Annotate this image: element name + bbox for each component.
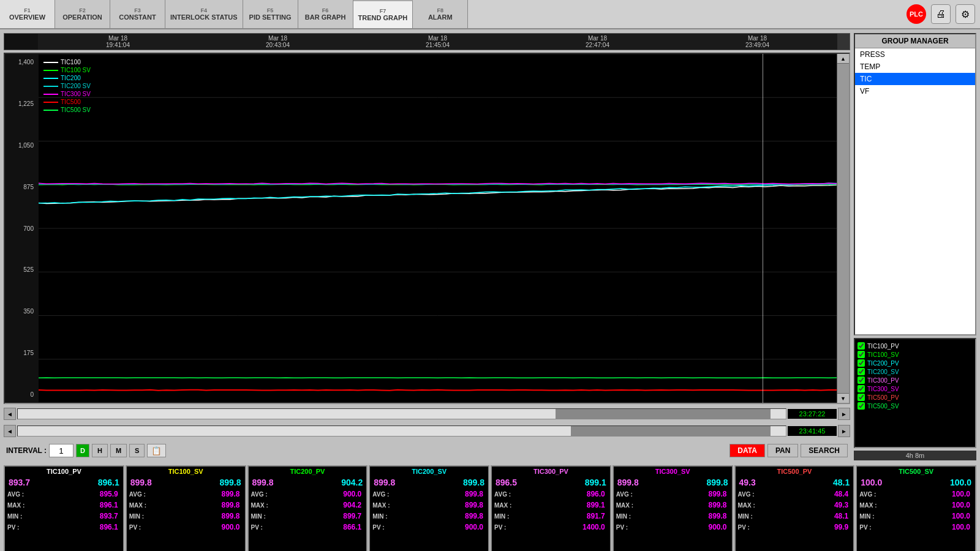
nav-tab-constant[interactable]: F3CONSTANT bbox=[110, 0, 165, 28]
nav-tab-pid[interactable]: F5PID SETTING bbox=[243, 0, 298, 28]
nav-tab-bargraph[interactable]: F6BAR GRAPH bbox=[298, 0, 353, 28]
vscroll-down[interactable]: ▼ bbox=[837, 393, 849, 403]
interval-h-btn[interactable]: H bbox=[92, 444, 108, 457]
data-mode-btn[interactable]: DATA bbox=[729, 444, 765, 457]
chart-time-label: Mar 1819:41:04 bbox=[106, 35, 130, 48]
card-values: 899.8 899.8 bbox=[127, 476, 245, 489]
trend-canvas bbox=[39, 54, 837, 403]
card-max-row: MAX : 899.1 bbox=[492, 500, 610, 511]
plc-button[interactable]: PLC bbox=[907, 4, 926, 24]
card-min-row: MIN : 899.7 bbox=[249, 511, 367, 522]
channel-list: TIC100_PVTIC100_SVTIC200_PVTIC200_SVTIC3… bbox=[854, 338, 976, 448]
scroll-right-1[interactable]: ► bbox=[838, 408, 850, 420]
channel-item-tic100_sv: TIC100_SV bbox=[858, 350, 973, 359]
nav-tab-trend[interactable]: F7TREND GRAPH bbox=[353, 0, 413, 28]
channel-checkbox[interactable] bbox=[858, 359, 865, 367]
nav-tab-operation[interactable]: F2OPERATION bbox=[55, 0, 110, 28]
card-min-label: MIN : bbox=[859, 513, 874, 520]
card-pv-label: PV : bbox=[7, 524, 19, 531]
card-avg-label: AVG : bbox=[7, 491, 24, 498]
card-val1: 100.0 bbox=[861, 478, 882, 487]
card-max-row: MAX : 49.3 bbox=[736, 500, 854, 511]
card-avg-label: AVG : bbox=[494, 491, 511, 498]
card-pv-val: 99.9 bbox=[832, 522, 851, 532]
card-val1: 899.8 bbox=[374, 478, 395, 487]
chart-main: TIC100TIC100 SVTIC200TIC200 SVTIC300 SVT… bbox=[39, 54, 837, 403]
card-header: TIC100_PV bbox=[5, 467, 123, 476]
card-values: 100.0 100.0 bbox=[857, 476, 975, 489]
y-axis-label: 175 bbox=[7, 350, 36, 356]
duration-label: 4h 8m bbox=[854, 451, 976, 460]
y-axis-label: 525 bbox=[7, 266, 36, 273]
y-axis: 1,4001,2251,0508757005253501750 bbox=[5, 54, 39, 403]
group-item-press[interactable]: PRESS bbox=[855, 48, 975, 61]
card-min-label: MIN : bbox=[616, 513, 631, 520]
channel-checkbox[interactable] bbox=[858, 342, 865, 350]
card-avg-val: 899.8 bbox=[462, 489, 486, 499]
group-item-vf[interactable]: VF bbox=[855, 85, 975, 97]
scroll-left-1[interactable]: ◄ bbox=[4, 408, 16, 420]
nav-tab-overview[interactable]: F1OVERVIEW bbox=[0, 0, 55, 28]
card-header: TIC500_SV bbox=[857, 467, 975, 476]
vscroll-up[interactable]: ▲ bbox=[837, 54, 849, 64]
scroll-track-1[interactable] bbox=[17, 408, 786, 419]
interval-input[interactable] bbox=[49, 444, 74, 457]
card-min-val: 48.1 bbox=[832, 511, 851, 521]
channel-item-tic300_pv: TIC300_PV bbox=[858, 376, 973, 384]
nav-tab-interlock[interactable]: F4INTERLOCK STATUS bbox=[165, 0, 243, 28]
card-val2: 896.1 bbox=[98, 478, 119, 487]
card-max-row: MAX : 904.2 bbox=[249, 500, 367, 511]
card-avg-row: AVG : 48.4 bbox=[736, 489, 854, 500]
group-item-temp[interactable]: TEMP bbox=[855, 61, 975, 73]
legend-item: TIC200 bbox=[43, 75, 91, 81]
card-max-label: MAX : bbox=[129, 502, 146, 509]
channel-checkbox[interactable] bbox=[858, 351, 865, 358]
card-min-val: 899.8 bbox=[706, 511, 729, 521]
card-val2: 899.8 bbox=[463, 478, 484, 487]
card-pv-row: PV : 99.9 bbox=[736, 522, 854, 533]
group-item-tic[interactable]: TIC bbox=[855, 73, 975, 85]
card-max-val: 100.0 bbox=[949, 500, 973, 510]
card-avg-row: AVG : 896.0 bbox=[492, 489, 610, 500]
card-max-row: MAX : 899.8 bbox=[614, 500, 732, 511]
channel-name: TIC300_PV bbox=[867, 377, 899, 384]
card-val1: 899.8 bbox=[252, 478, 274, 487]
data-card-tic300_pv: TIC300_PV 896.5 899.1 AVG : 896.0 MAX : … bbox=[491, 465, 611, 551]
channel-checkbox[interactable] bbox=[858, 402, 865, 410]
pan-mode-btn[interactable]: PAN bbox=[767, 444, 798, 457]
interval-m-btn[interactable]: M bbox=[110, 444, 127, 457]
channel-checkbox[interactable] bbox=[858, 385, 865, 392]
card-max-label: MAX : bbox=[372, 502, 390, 509]
card-header: TIC100_SV bbox=[127, 467, 245, 476]
interval-d-btn[interactable]: D bbox=[76, 444, 89, 457]
card-pv-label: PV : bbox=[372, 524, 384, 531]
data-card-tic200_sv: TIC200_SV 899.8 899.8 AVG : 899.8 MAX : … bbox=[369, 465, 489, 551]
interval-icon-btn[interactable]: 📋 bbox=[147, 444, 166, 457]
card-avg-row: AVG : 899.8 bbox=[614, 489, 732, 500]
channel-checkbox[interactable] bbox=[858, 394, 865, 401]
card-min-label: MIN : bbox=[7, 513, 22, 520]
card-min-label: MIN : bbox=[738, 513, 753, 520]
channel-checkbox[interactable] bbox=[858, 377, 865, 384]
settings-icon[interactable]: ⚙ bbox=[956, 4, 975, 24]
print-icon[interactable]: 🖨 bbox=[931, 4, 951, 24]
card-val2: 899.1 bbox=[585, 478, 606, 487]
card-max-label: MAX : bbox=[494, 502, 511, 509]
scroll-right-2[interactable]: ► bbox=[838, 425, 850, 437]
scroll-track-2[interactable] bbox=[17, 425, 786, 437]
card-max-val: 899.8 bbox=[462, 500, 486, 510]
y-axis-label: 1,400 bbox=[7, 59, 36, 66]
nav-tab-alarm[interactable]: F8ALARM bbox=[413, 0, 468, 28]
scroll-left-2[interactable]: ◄ bbox=[4, 425, 16, 437]
card-val2: 899.8 bbox=[219, 478, 241, 487]
card-pv-label: PV : bbox=[251, 524, 263, 531]
card-max-label: MAX : bbox=[251, 502, 268, 509]
interval-s-btn[interactable]: S bbox=[129, 444, 145, 457]
card-pv-row: PV : 900.0 bbox=[370, 522, 488, 533]
card-max-row: MAX : 100.0 bbox=[857, 500, 975, 511]
channel-checkbox[interactable] bbox=[858, 368, 865, 375]
card-val1: 896.5 bbox=[496, 478, 517, 487]
channel-item-tic500_pv: TIC500_PV bbox=[858, 393, 973, 402]
card-max-val: 899.1 bbox=[584, 500, 608, 510]
search-mode-btn[interactable]: SEARCH bbox=[801, 444, 848, 457]
